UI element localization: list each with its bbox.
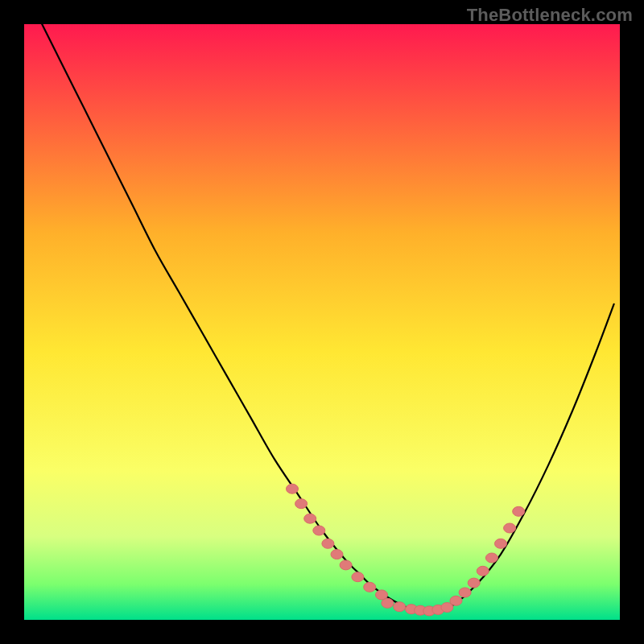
data-dot	[382, 598, 394, 608]
data-dot	[295, 499, 308, 509]
data-dot	[504, 523, 516, 533]
data-dot	[468, 578, 480, 588]
data-dot	[459, 588, 471, 597]
data-dot	[485, 553, 497, 563]
data-dot	[304, 514, 316, 523]
data-dot	[364, 582, 376, 592]
data-dot	[477, 566, 489, 576]
data-dot	[450, 596, 462, 605]
data-dot	[313, 526, 325, 535]
data-dot	[352, 572, 364, 582]
data-dot	[287, 484, 299, 493]
data-dot	[394, 602, 406, 612]
data-dot	[340, 560, 352, 570]
data-dot	[513, 506, 525, 516]
data-dot	[495, 539, 507, 548]
chart-stage: TheBottleneck.com	[0, 0, 644, 644]
bottleneck-chart	[0, 0, 644, 644]
data-dot	[331, 550, 343, 559]
data-dot	[322, 539, 334, 548]
